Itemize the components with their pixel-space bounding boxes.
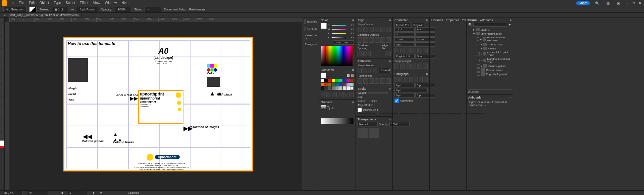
mask-thumb[interactable] <box>369 128 379 138</box>
swatches-tab[interactable]: Swatches <box>321 68 334 72</box>
disclosure-icon[interactable]: ▸ <box>473 28 475 31</box>
artboard-nav-last-icon[interactable]: ⏭ <box>100 191 103 194</box>
dash-1[interactable] <box>358 113 378 114</box>
char-styles-dock[interactable]: Character S... <box>304 34 317 40</box>
glyph-5-icon[interactable] <box>417 64 422 69</box>
glyph-6-icon[interactable] <box>423 64 428 69</box>
swatch[interactable] <box>339 86 342 90</box>
layer-row[interactable]: ▾upnorthprint.co.uk <box>468 32 512 36</box>
layer-name[interactable]: Title & Logo <box>488 43 502 46</box>
layer-row[interactable]: ▸Margins, bleed and Trim <box>468 57 512 64</box>
artboard-nav-first-icon[interactable]: ⏮ <box>53 191 56 194</box>
layer-name[interactable]: Colour <box>488 47 496 50</box>
menu-type[interactable]: Type <box>51 1 63 5</box>
shape-builder-tool[interactable] <box>0 88 4 92</box>
hyphenate-checkbox[interactable] <box>394 99 399 103</box>
swatch[interactable] <box>324 79 328 82</box>
layer-row[interactable]: ▸Layer 1 <box>468 28 512 32</box>
swatch[interactable] <box>346 86 350 90</box>
align-left-para-icon[interactable] <box>394 77 398 82</box>
libraries-tab[interactable]: Libraries <box>431 18 443 22</box>
swatch[interactable] <box>343 83 346 86</box>
align-left-icon[interactable] <box>358 27 362 32</box>
pen-tool[interactable] <box>0 36 4 40</box>
m-slider[interactable] <box>332 29 346 30</box>
disclosure-icon[interactable]: ▸ <box>481 65 482 68</box>
para-styles-dock[interactable]: Paragraph ... <box>304 43 317 49</box>
swatch[interactable] <box>324 83 328 86</box>
magic-wand-tool[interactable] <box>0 27 4 31</box>
font-style-dropdown[interactable]: Regular <box>412 23 424 27</box>
visibility-icon[interactable] <box>477 64 480 68</box>
selection-tool[interactable] <box>0 18 4 22</box>
artboards-tab-2[interactable]: Artboards <box>468 96 481 99</box>
y-slider[interactable] <box>332 33 346 34</box>
dist-right-icon[interactable] <box>386 37 391 43</box>
dist-vcenter-icon[interactable] <box>363 37 368 43</box>
width-tool[interactable] <box>0 79 4 83</box>
panel-menu-icon[interactable]: ≡ <box>389 60 391 63</box>
symbol-sprayer-tool[interactable] <box>0 114 4 118</box>
visibility-icon[interactable] <box>477 68 480 72</box>
exclude-icon[interactable] <box>373 68 377 73</box>
swatch[interactable] <box>343 86 346 90</box>
gradient-slider[interactable] <box>321 118 354 124</box>
arrange-icon[interactable]: ▦ <box>604 1 612 5</box>
blend-tool[interactable] <box>0 110 4 114</box>
hand-tool[interactable] <box>0 132 4 136</box>
brush-dropdown[interactable]: 5 pt. Round <box>77 7 99 12</box>
type-tool[interactable] <box>0 44 4 48</box>
delete-swatch-icon[interactable] <box>349 92 354 97</box>
panel-menu-icon[interactable]: ≡ <box>352 101 354 104</box>
baseline-input[interactable]: 0 pt <box>394 42 415 47</box>
layer-row[interactable]: Page background <box>468 72 512 76</box>
slice-tool[interactable] <box>0 127 4 131</box>
swatch[interactable] <box>339 83 342 86</box>
dist-top-icon[interactable] <box>358 37 362 43</box>
layer-row[interactable]: ▸Colour <box>468 46 512 50</box>
fill-stroke-swatch[interactable] <box>29 7 37 12</box>
swatch-list-icon[interactable]: ☰ <box>347 74 350 77</box>
blend-mode-dropdown[interactable]: Normal <box>358 122 378 126</box>
swatch[interactable] <box>328 83 331 86</box>
menu-select[interactable]: Select <box>63 1 77 5</box>
visibility-icon[interactable] <box>477 59 480 62</box>
swatch[interactable] <box>335 83 339 86</box>
intersect-icon[interactable] <box>368 68 372 73</box>
crop-icon[interactable] <box>375 78 379 84</box>
doc-setup-button[interactable]: Document Setup <box>164 8 186 11</box>
doc-handle-icon[interactable]: « <box>4 13 6 17</box>
layer-name[interactable]: Margins, bleed and Trim <box>487 57 511 64</box>
k-value[interactable]: 92 <box>347 36 354 39</box>
direct-selection-tool[interactable] <box>0 23 4 27</box>
disclosure-icon[interactable]: ▸ <box>481 59 482 62</box>
swatch-libraries-icon[interactable] <box>321 92 325 97</box>
allcaps-icon[interactable] <box>394 48 399 53</box>
disclosure-icon[interactable]: ▾ <box>473 32 475 35</box>
swatch[interactable] <box>346 83 350 86</box>
artboard-number[interactable]: 1 <box>68 191 88 195</box>
artboards-tab[interactable]: Artboards <box>480 18 493 22</box>
eraser-tool[interactable] <box>0 66 4 70</box>
align-to-artboard-icon[interactable] <box>385 51 391 56</box>
swatch-fill-icon[interactable] <box>321 73 326 78</box>
gradient-tab[interactable]: Gradient <box>321 101 332 104</box>
dist-bottom-icon[interactable] <box>369 37 374 43</box>
stroke-weight[interactable]: ◉ 1 pt <box>52 7 68 12</box>
layer-search-icon[interactable]: 🔍 <box>468 23 472 27</box>
rotate-tool[interactable] <box>0 71 4 75</box>
panel-menu-icon[interactable]: ≡ <box>426 18 428 22</box>
c-value[interactable]: 92 <box>347 24 354 27</box>
artboard-tool[interactable] <box>0 123 4 127</box>
menu-file[interactable]: File <box>16 1 26 5</box>
panel-menu-icon[interactable]: ≡ <box>510 18 512 22</box>
panel-menu-icon[interactable]: ≡ <box>389 118 391 121</box>
color-tab[interactable]: Color <box>321 18 328 22</box>
first-line-input[interactable]: 0 pt <box>394 88 428 92</box>
pathfinder-tab[interactable]: Pathfinder <box>358 60 371 63</box>
stroke-tab[interactable]: Stroke <box>358 87 366 90</box>
swatch[interactable] <box>350 83 354 86</box>
align-tab[interactable]: Align <box>358 18 364 22</box>
document-tab[interactable]: 001_A0(L)_master.ai* @ 26.17 % (CMYK/Pre… <box>8 13 82 17</box>
merge-icon[interactable] <box>369 78 374 84</box>
